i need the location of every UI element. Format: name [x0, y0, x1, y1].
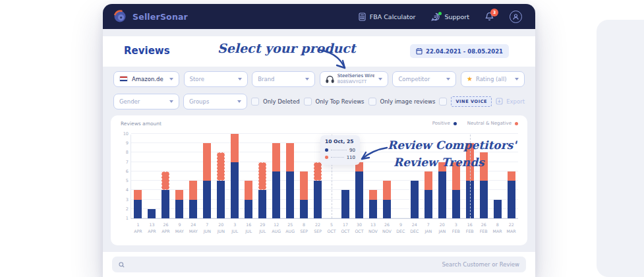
- neutral-negative-segment: [175, 190, 183, 199]
- marketplace-flag-icon: [119, 76, 128, 82]
- positive-segment: [231, 162, 239, 218]
- screenshot-canvas: SellerSonar FBA Calculator: [0, 0, 644, 277]
- stacked-bar[interactable]: [148, 209, 156, 218]
- fba-calculator-button[interactable]: FBA Calculator: [359, 13, 416, 21]
- stacked-bar[interactable]: [286, 143, 294, 218]
- tooltip-positive-value: 90: [349, 148, 355, 153]
- search-strip: [103, 252, 535, 277]
- stacked-bar[interactable]: [369, 190, 377, 218]
- chevron-down-icon: [238, 78, 242, 80]
- store-placeholder: Store: [190, 76, 234, 82]
- positive-segment: [148, 209, 156, 218]
- stacked-bar[interactable]: [355, 162, 363, 218]
- neutral-negative-segment: [134, 190, 142, 199]
- tooltip-neutral-row: 110: [325, 154, 355, 161]
- stacked-bar[interactable]: [161, 171, 169, 218]
- date-range-value: 22.04.2021 - 08.05.2021: [426, 48, 503, 55]
- stacked-bar[interactable]: [452, 162, 460, 218]
- chevron-down-icon: [515, 78, 519, 80]
- stacked-bar[interactable]: [300, 171, 308, 218]
- positive-segment: [203, 181, 211, 218]
- stacked-bar[interactable]: [341, 190, 349, 218]
- chart-column: 12AUG: [270, 135, 283, 218]
- product-name: SteelSeries Wireless ...: [337, 73, 374, 79]
- vine-voice-checkbox[interactable]: VINE VOICE: [439, 96, 492, 107]
- legend-dot-positive: [454, 122, 457, 125]
- stacked-bar[interactable]: [189, 181, 197, 218]
- chart-tooltip: 10 Oct, 25 90 110: [320, 135, 360, 165]
- notifications-button[interactable]: 3: [485, 12, 494, 21]
- stacked-bar[interactable]: [175, 190, 183, 218]
- positive-segment: [161, 190, 169, 218]
- user-avatar[interactable]: [510, 11, 522, 23]
- y-axis-tick: 7: [118, 160, 129, 165]
- support-button[interactable]: Support: [431, 13, 469, 21]
- positive-segment: [175, 200, 183, 218]
- tooltip-positive-dot: [325, 148, 328, 152]
- stacked-bar[interactable]: [258, 162, 266, 218]
- search-box: [112, 257, 526, 272]
- brand-name[interactable]: SellerSonar: [132, 12, 188, 22]
- stacked-bar[interactable]: [272, 143, 280, 218]
- annotation-arrow-review-trends: [359, 145, 389, 164]
- product-asin: B08SWVYGTT: [337, 79, 374, 84]
- stacked-bar[interactable]: [438, 162, 446, 218]
- support-chat-icon: [431, 13, 440, 21]
- gender-placeholder: Gender: [119, 98, 165, 105]
- neutral-negative-segment: [258, 162, 266, 191]
- chart-column: 3JUL: [228, 135, 242, 218]
- export-button[interactable]: Export: [496, 98, 525, 105]
- stacked-bar[interactable]: [134, 190, 142, 218]
- annotation-review-competitors: Review Competitors': [388, 138, 516, 152]
- vine-voice-badge: VINE VOICE: [451, 96, 492, 107]
- y-axis-tick: 5: [118, 178, 129, 183]
- chart-column: 29JUL: [256, 135, 270, 218]
- positive-segment: [300, 200, 308, 218]
- stacked-bar[interactable]: [411, 181, 419, 218]
- positive-segment: [286, 171, 294, 218]
- gender-dropdown[interactable]: Gender: [113, 94, 179, 109]
- positive-segment: [480, 181, 488, 218]
- rating-value: Rating (all): [476, 76, 511, 82]
- stacked-bar[interactable]: [494, 200, 502, 218]
- background-decoration: [597, 20, 644, 277]
- only-top-reviews-checkbox[interactable]: Only Top Reviews: [304, 98, 365, 106]
- stacked-bar[interactable]: [231, 134, 239, 218]
- export-icon: [496, 98, 503, 105]
- positive-segment: [452, 190, 460, 218]
- store-dropdown[interactable]: Store: [184, 71, 248, 87]
- product-dropdown[interactable]: SteelSeries Wireless ... B08SWVYGTT: [320, 71, 388, 87]
- chart-column: 24MAY: [187, 135, 200, 218]
- stacked-bar[interactable]: [203, 143, 211, 218]
- stacked-bar[interactable]: [217, 152, 225, 218]
- only-image-reviews-checkbox[interactable]: Only image reviews: [368, 98, 436, 106]
- marketplace-dropdown[interactable]: Amazon.de: [113, 71, 179, 87]
- top-nav-right: FBA Calculator Support: [359, 11, 522, 23]
- chart-column: 1APR: [131, 135, 145, 218]
- chart-column: 7JUN: [200, 135, 214, 218]
- rating-dropdown[interactable]: ★ Rating (all): [461, 71, 525, 87]
- chart-legend: Positive Neutral & Negative: [432, 121, 518, 126]
- competitor-dropdown[interactable]: Competitor: [392, 71, 456, 87]
- date-range-picker[interactable]: 22.04.2021 - 08.05.2021: [410, 44, 509, 58]
- positive-segment: [258, 190, 266, 218]
- filter-row-1: Amazon.de Store Brand SteelSeries Wirele…: [113, 71, 525, 87]
- search-input[interactable]: [125, 261, 519, 268]
- positive-segment: [272, 171, 280, 218]
- stacked-bar[interactable]: [424, 171, 432, 218]
- search-icon: [119, 262, 125, 268]
- positive-segment: [369, 200, 377, 218]
- stacked-bar[interactable]: [245, 181, 252, 218]
- chevron-down-icon: [237, 100, 241, 103]
- neutral-negative-segment: [314, 162, 322, 181]
- stacked-bar[interactable]: [383, 181, 391, 218]
- online-status-dot: [438, 12, 442, 15]
- neutral-negative-segment: [245, 181, 252, 199]
- stacked-bar[interactable]: [314, 162, 322, 218]
- stacked-bar[interactable]: [508, 171, 515, 218]
- neutral-negative-segment: [217, 152, 225, 181]
- checkbox-icon: [439, 98, 447, 106]
- only-deleted-checkbox[interactable]: Only Deleted: [251, 98, 300, 106]
- groups-dropdown[interactable]: Groups: [183, 94, 247, 109]
- brand-dropdown[interactable]: Brand: [252, 71, 315, 87]
